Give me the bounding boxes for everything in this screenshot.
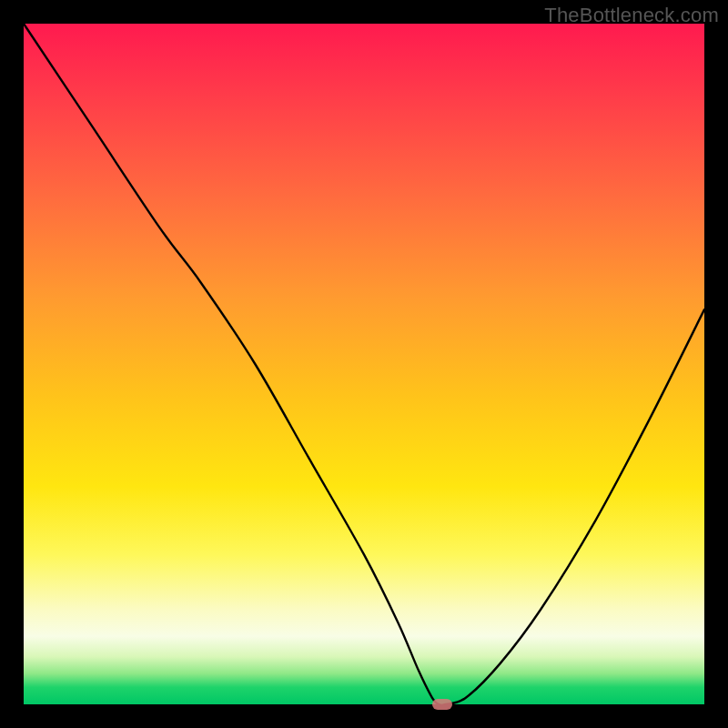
marker-pill — [432, 699, 452, 710]
chart-frame: TheBottleneck.com — [0, 0, 728, 728]
watermark-text: TheBottleneck.com — [544, 4, 719, 27]
curve-line — [24, 24, 704, 704]
plot-area — [24, 24, 704, 704]
